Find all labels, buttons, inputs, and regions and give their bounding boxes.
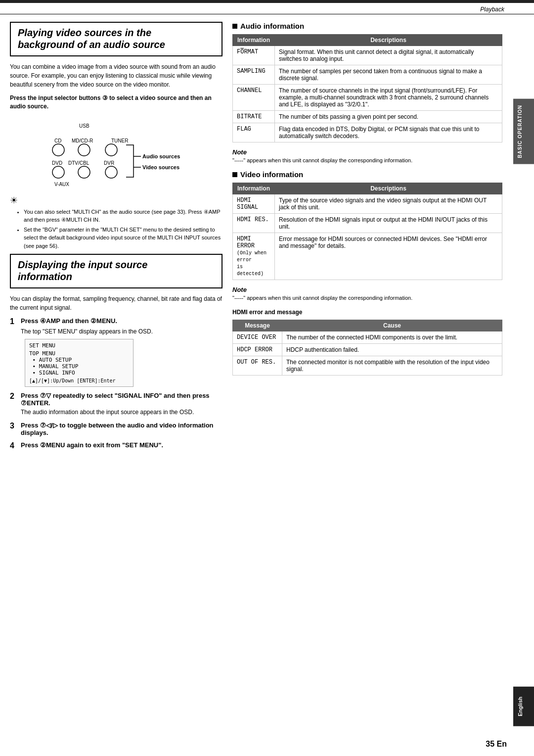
audio-bitrate-desc: The number of bits passing a given point…	[275, 111, 502, 123]
out-of-res-cause: The connected monitor is not compatible …	[282, 356, 502, 375]
table-row: HDMI ERROR (Only when erroris detected) …	[233, 233, 502, 280]
section2-intro: You can display the format, sampling fre…	[10, 294, 222, 312]
osd-item-1: • AUTO SETUP	[29, 357, 129, 363]
out-of-res-msg: OUT OF RES.	[233, 356, 282, 375]
audio-col-info: Information	[233, 35, 275, 46]
video-info-heading: Video information	[232, 170, 502, 179]
two-col-layout: Playing video sources in the background …	[10, 22, 502, 455]
table-row: FLAG Flag data encoded in DTS, Dolby Dig…	[233, 123, 502, 142]
bullet-list: You can also select "MULTI CH" as the au…	[18, 208, 222, 250]
hdmi-error-table-body: DEVICE OVER The number of the connected …	[233, 331, 502, 375]
bold-instruction: Press the input selector buttons ③ to se…	[10, 94, 222, 111]
audio-flag-desc: Flag data encoded in DTS, Dolby Digital,…	[275, 123, 502, 142]
note2-title: Note	[232, 286, 502, 293]
dtvcbl-label: DTV/CBL	[68, 160, 89, 166]
hdmi-error-col-cause: Cause	[282, 320, 502, 331]
hdcp-error-msg: HDCP ERROR	[233, 343, 282, 356]
hdmi-error-heading: HDMI error and message	[232, 308, 502, 317]
hdmi-error-col-msg: Message	[233, 320, 282, 331]
osd-title: SET MENU	[29, 342, 129, 349]
step3-header: 3 Press ⑦◁/▷ to toggle between the audio…	[10, 422, 222, 436]
audio-flag-info: FLAG	[233, 123, 275, 142]
dvr-label: DVR	[104, 160, 114, 166]
dtvcbl-button	[78, 166, 90, 178]
input-selector-diagram: USB CD MD/CD-R TUNER DVD DTV/CBL DVR	[20, 116, 222, 190]
table-row: FORMAT Signal format. When this unit can…	[233, 46, 502, 65]
osd-item-3: • SIGNAL INFO	[29, 370, 129, 376]
hdmi-error-table: Message Cause DEVICE OVER The number of …	[232, 320, 502, 376]
osd-item-2: • MANUAL SETUP	[29, 363, 129, 370]
video-sources-diagram-label: Video sources	[142, 164, 179, 170]
cd-button	[52, 144, 64, 156]
step2-body: The audio information about the input so…	[21, 408, 222, 417]
bullet-item-1: You can also select "MULTI CH" as the au…	[24, 208, 222, 224]
video-table-header-row: Information Descriptions	[233, 183, 502, 194]
tuner-button	[105, 144, 117, 156]
table-row: DEVICE OVER The number of the connected …	[233, 331, 502, 343]
step4-num: 4	[10, 441, 18, 450]
device-over-msg: DEVICE OVER	[233, 331, 282, 343]
table-row: HDMI SIGNAL Type of the source video sig…	[233, 194, 502, 214]
hdmi-error-sub: (Only when erroris detected)	[237, 250, 267, 277]
audio-col-desc: Descriptions	[275, 35, 502, 46]
hdmi-res-info: HDMI RES.	[233, 214, 275, 233]
table-row: HDMI RES. Resolution of the HDMI signals…	[233, 214, 502, 233]
audio-sources-diagram-label: Audio sources	[142, 153, 180, 159]
table-row: SAMPLING The number of samples per secon…	[233, 65, 502, 85]
cd-label: CD	[54, 138, 61, 143]
table-row: BITRATE The number of bits passing a giv…	[233, 111, 502, 123]
step2-title: Press ⑦▽ repeatedly to select "SIGNAL IN…	[21, 392, 222, 407]
table-row: HDCP ERROR HDCP authentication failed.	[233, 343, 502, 356]
dvr-button	[105, 166, 117, 178]
audio-channel-desc: The number of source channels in the inp…	[275, 85, 502, 111]
dvd-button	[52, 166, 64, 178]
video-table-body: HDMI SIGNAL Type of the source video sig…	[233, 194, 502, 280]
bracket-arrow	[126, 145, 134, 177]
hdmi-error-header-row: Message Cause	[233, 320, 502, 331]
vaux-label: V-AUX	[54, 182, 69, 187]
audio-sampling-info: SAMPLING	[233, 65, 275, 85]
audio-heading-label: Audio information	[240, 22, 304, 30]
step4-header: 4 Press ②MENU again to exit from "SET ME…	[10, 441, 222, 450]
step1-header: 1 Press ④AMP and then ②MENU.	[10, 317, 222, 326]
audio-table-header-row: Information Descriptions	[233, 35, 502, 46]
section1-intro: You can combine a video image from a vid…	[10, 62, 222, 89]
step2-num: 2	[10, 392, 18, 401]
note2-text: "-----" appears when this unit cannot di…	[232, 294, 502, 302]
note1-title: Note	[232, 148, 502, 156]
video-col-desc: Descriptions	[275, 183, 502, 194]
audio-format-info: FORMAT	[233, 46, 275, 65]
hdmi-res-desc: Resolution of the HDMI signals input or …	[275, 214, 502, 233]
osd-top-menu: TOP MENU	[29, 350, 129, 357]
audio-info-heading: Audio information	[232, 22, 502, 30]
hdmi-signal-info: HDMI SIGNAL	[233, 194, 275, 214]
audio-heading-icon	[232, 24, 237, 29]
step3-num: 3	[10, 422, 18, 430]
tuner-label: TUNER	[111, 138, 128, 143]
step-4: 4 Press ②MENU again to exit from "SET ME…	[10, 441, 222, 450]
step2-header: 2 Press ⑦▽ repeatedly to select "SIGNAL …	[10, 392, 222, 407]
audio-table-body: FORMAT Signal format. When this unit can…	[233, 46, 502, 142]
audio-info-table: Information Descriptions FORMAT Signal f…	[232, 34, 502, 142]
diagram-svg: USB CD MD/CD-R TUNER DVD DTV/CBL DVR	[25, 118, 183, 189]
video-heading-label: Video information	[240, 170, 303, 179]
hdcp-error-cause: HDCP authentication failed.	[282, 343, 502, 356]
hdmi-error-desc: Error message for HDMI sources or connec…	[275, 233, 502, 280]
hdmi-signal-desc: Type of the source video signals and the…	[275, 194, 502, 214]
page-container: Playback BASIC OPERATION English Playing…	[0, 0, 534, 756]
playback-label: Playback	[0, 3, 534, 14]
step1-body: The top "SET MENU" display appears in th…	[21, 328, 222, 336]
basic-operation-tab: BASIC OPERATION	[513, 99, 534, 164]
note1-text: "-----" appears when this unit cannot di…	[232, 157, 502, 164]
audio-bitrate-info: BITRATE	[233, 111, 275, 123]
hdmi-error-info: HDMI ERROR (Only when erroris detected)	[233, 233, 275, 280]
device-over-cause: The number of the connected HDMI compone…	[282, 331, 502, 343]
section2-heading-box: Displaying the input source information	[10, 254, 222, 288]
mdcdr-button	[78, 144, 90, 156]
section2-title: Displaying the input source information	[18, 259, 215, 283]
english-tab: English	[513, 687, 534, 726]
osd-display: SET MENU TOP MENU • AUTO SETUP • MANUAL …	[25, 339, 134, 387]
table-row: OUT OF RES. The connected monitor is not…	[233, 356, 502, 375]
video-info-table: Information Descriptions HDMI SIGNAL Typ…	[232, 183, 502, 280]
note-box-1: Note "-----" appears when this unit cann…	[232, 148, 502, 164]
